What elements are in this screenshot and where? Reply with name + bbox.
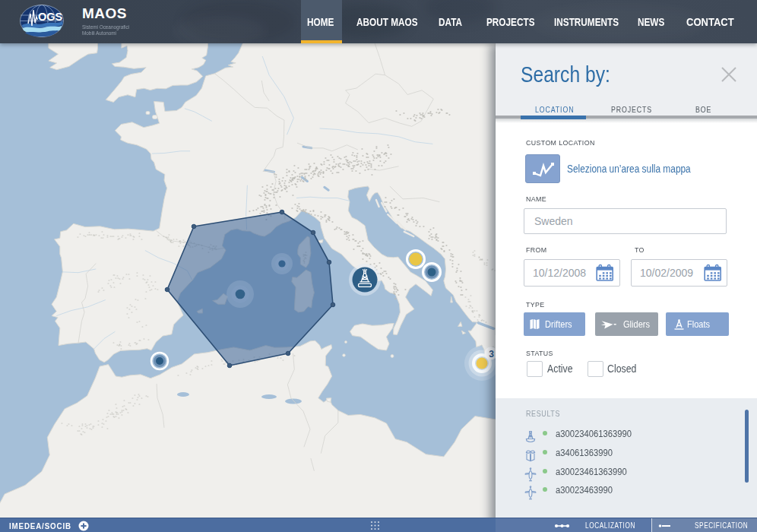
svg-text:OGS: OGS bbox=[38, 11, 63, 23]
svg-text:3: 3 bbox=[489, 349, 494, 359]
